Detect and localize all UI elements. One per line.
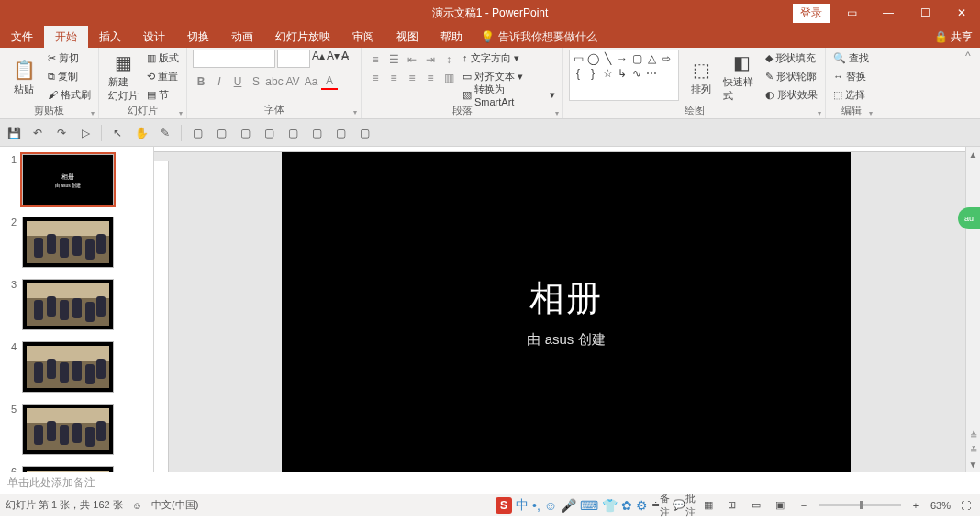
tell-me-search[interactable]: 💡告诉我你想要做什么 <box>481 29 597 45</box>
increase-font-icon[interactable]: A▴ <box>312 50 325 68</box>
tab-transitions[interactable]: 切换 <box>176 26 220 48</box>
close-icon[interactable]: ✕ <box>943 0 980 26</box>
language-status[interactable]: 中文(中国) <box>151 498 198 512</box>
zoom-out-icon[interactable]: − <box>795 498 813 513</box>
reset-button[interactable]: ⟲重置 <box>145 68 181 84</box>
view-normal-icon[interactable]: ▦ <box>699 498 718 513</box>
shape-curve-icon[interactable]: ∿ <box>630 67 643 80</box>
login-button[interactable]: 登录 <box>793 4 830 23</box>
text-direction-button[interactable]: ↕文字方向 ▾ <box>461 50 557 66</box>
columns-icon[interactable]: ▥ <box>440 70 457 86</box>
zoom-slider[interactable] <box>819 504 901 506</box>
arrange-button[interactable]: ⬚排列 <box>683 50 719 103</box>
undo-icon[interactable]: ↶ <box>29 125 46 141</box>
ime-smile-icon[interactable]: ☺ <box>544 498 557 513</box>
sogou-icon[interactable]: S <box>496 497 512 514</box>
assistant-badge[interactable]: au <box>958 207 980 229</box>
slide-subtitle[interactable]: 由 asus 创建 <box>527 331 605 349</box>
bullets-icon[interactable]: ≡ <box>367 51 384 68</box>
scroll-up-icon[interactable]: ▲ <box>966 147 980 161</box>
tool5-icon[interactable]: ▢ <box>284 125 301 141</box>
shape-rbrace-icon[interactable]: } <box>586 67 599 80</box>
notes-pane[interactable]: 单击此处添加备注 <box>0 472 980 494</box>
indent-inc-icon[interactable]: ⇥ <box>422 51 439 68</box>
shadow-button[interactable]: S <box>248 73 264 90</box>
underline-button[interactable]: U <box>229 73 246 90</box>
next-slide-icon[interactable]: ≚ <box>966 442 980 457</box>
shape-oval-icon[interactable]: ◯ <box>586 52 599 65</box>
minimize-icon[interactable]: — <box>870 0 907 26</box>
save-icon[interactable]: 💾 <box>6 125 22 141</box>
select-button[interactable]: ⬚选择 <box>831 86 871 103</box>
ime-tool-icon[interactable]: ✿ <box>621 498 632 513</box>
tab-file[interactable]: 文件 <box>0 26 44 48</box>
quick-styles-button[interactable]: ◧快速样式 <box>723 50 760 103</box>
ime-kbd-icon[interactable]: ⌨ <box>580 498 598 513</box>
clear-format-icon[interactable]: A̶ <box>341 50 349 68</box>
prev-slide-icon[interactable]: ≜ <box>966 428 980 442</box>
shape-rect-icon[interactable]: ▭ <box>572 52 585 65</box>
slide-thumbnail-panel[interactable]: 1相册由 asus 创建 2 3 4 5 6 <box>0 147 154 472</box>
thumb-slide-1[interactable]: 相册由 asus 创建 <box>22 154 114 205</box>
thumb-slide-4[interactable] <box>22 341 114 393</box>
comments-toggle[interactable]: 💬 批注 <box>675 498 694 513</box>
shape-fill-button[interactable]: ◆形状填充 <box>763 50 819 66</box>
thumb-slide-3[interactable] <box>22 279 114 330</box>
shape-more-icon[interactable]: ⋯ <box>645 67 658 80</box>
vertical-scrollbar[interactable]: ▲ ≜ ≚ ▼ <box>965 147 980 472</box>
tool7-icon[interactable]: ▢ <box>332 125 349 141</box>
shape-outline-button[interactable]: ✎形状轮廓 <box>763 68 819 84</box>
tool6-icon[interactable]: ▢ <box>308 125 325 141</box>
shape-arrow-icon[interactable]: → <box>616 52 629 65</box>
font-size-input[interactable] <box>277 50 310 68</box>
pointer-icon[interactable]: ↖ <box>109 125 126 141</box>
zoom-value[interactable]: 63% <box>930 500 951 511</box>
replace-button[interactable]: ↔替换 <box>831 68 871 84</box>
new-slide-button[interactable]: ▦新建 幻灯片 <box>105 50 141 103</box>
fit-window-icon[interactable]: ⛶ <box>956 498 974 513</box>
scroll-down-icon[interactable]: ▼ <box>966 457 980 472</box>
view-sorter-icon[interactable]: ⊞ <box>723 498 741 513</box>
cut-button[interactable]: ✂剪切 <box>46 50 93 66</box>
align-left-icon[interactable]: ≡ <box>367 70 384 86</box>
start-show-icon[interactable]: ▷ <box>77 125 94 141</box>
hand-icon[interactable]: ✋ <box>133 125 150 141</box>
slide-title[interactable]: 相册 <box>529 275 603 322</box>
thumb-slide-2[interactable] <box>22 217 114 268</box>
copy-button[interactable]: ⧉复制 <box>46 68 93 84</box>
notes-toggle[interactable]: ≐ 备注 <box>651 498 670 513</box>
zoom-in-icon[interactable]: + <box>907 498 925 513</box>
accessibility-status[interactable]: ☺ <box>132 500 142 511</box>
font-color-button[interactable]: A <box>321 73 338 90</box>
ime-set-icon[interactable]: ⚙ <box>636 498 648 513</box>
slide-canvas[interactable]: 相册 由 asus 创建 <box>282 152 851 472</box>
format-painter-button[interactable]: 🖌格式刷 <box>46 86 93 103</box>
tab-design[interactable]: 设计 <box>132 26 176 48</box>
strike-button[interactable]: abc <box>266 73 283 90</box>
numbering-icon[interactable]: ☰ <box>385 51 402 68</box>
ime-mic-icon[interactable]: 🎤 <box>561 498 576 513</box>
ribbon-options-icon[interactable]: ▭ <box>833 0 870 26</box>
view-reading-icon[interactable]: ▭ <box>747 498 765 513</box>
decrease-font-icon[interactable]: A▾ <box>327 50 340 68</box>
tab-slideshow[interactable]: 幻灯片放映 <box>264 26 341 48</box>
ime-zh-icon[interactable]: 中 <box>516 497 529 514</box>
shape-rrect-icon[interactable]: ▢ <box>630 52 643 65</box>
maximize-icon[interactable]: ☐ <box>907 0 943 26</box>
collapse-ribbon-icon[interactable]: ^ <box>965 50 978 62</box>
smartart-button[interactable]: ▧转换为 SmartArt ▾ <box>461 86 557 103</box>
font-family-input[interactable] <box>193 50 275 68</box>
ime-punct-icon[interactable]: •, <box>532 498 540 513</box>
shape-line-icon[interactable]: ╲ <box>601 52 614 65</box>
align-right-icon[interactable]: ≡ <box>404 70 420 86</box>
tab-view[interactable]: 视图 <box>385 26 429 48</box>
tool2-icon[interactable]: ▢ <box>213 125 229 141</box>
tool4-icon[interactable]: ▢ <box>261 125 277 141</box>
thumb-slide-6[interactable] <box>22 466 114 472</box>
paste-button[interactable]: 📋粘贴 <box>6 50 42 103</box>
tab-home[interactable]: 开始 <box>44 26 88 48</box>
ime-skin-icon[interactable]: 👕 <box>602 498 618 513</box>
shape-arrow2-icon[interactable]: ⇨ <box>660 52 673 65</box>
tool1-icon[interactable]: ▢ <box>189 125 206 141</box>
section-button[interactable]: ▤节 <box>145 86 181 103</box>
